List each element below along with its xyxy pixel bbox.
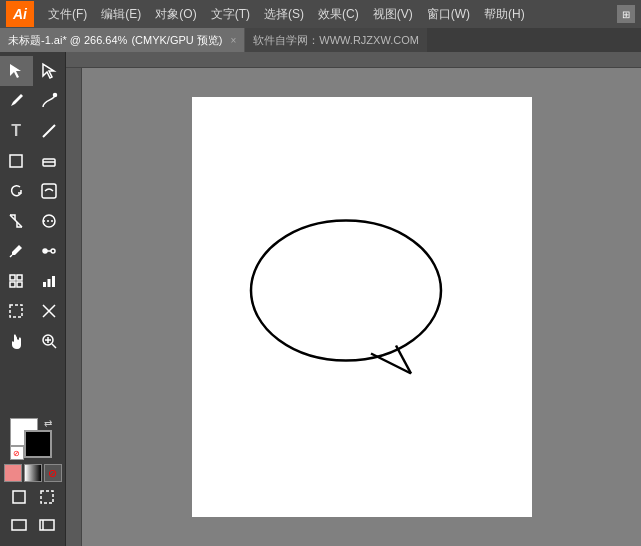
color-mode-row: ⊘ xyxy=(4,464,62,482)
svg-rect-25 xyxy=(13,491,25,503)
top-ruler xyxy=(66,52,641,68)
scale-tool[interactable] xyxy=(0,206,33,236)
tool-row-4 xyxy=(0,146,65,176)
window-controls: ⊞ xyxy=(617,5,635,23)
menu-view[interactable]: 视图(V) xyxy=(367,4,419,25)
svg-line-6 xyxy=(10,215,22,227)
shaper-tool[interactable] xyxy=(33,206,66,236)
svg-point-10 xyxy=(43,249,47,253)
none-btn[interactable]: ⊘ xyxy=(44,464,62,482)
tool-row-10 xyxy=(0,326,65,356)
svg-rect-13 xyxy=(10,275,15,280)
menu-help[interactable]: 帮助(H) xyxy=(478,4,531,25)
speech-bubble xyxy=(241,206,461,409)
line-tool[interactable] xyxy=(33,116,66,146)
svg-rect-18 xyxy=(47,279,50,287)
draw-mode-btn[interactable] xyxy=(6,486,32,508)
tool-row-3: T xyxy=(0,116,65,146)
type-tool[interactable]: T xyxy=(0,116,33,146)
tool-row-5 xyxy=(0,176,65,206)
artboard-tool[interactable] xyxy=(0,296,33,326)
screen-mode-alt-btn[interactable] xyxy=(34,514,60,536)
artboard xyxy=(192,97,532,517)
svg-rect-28 xyxy=(40,520,54,530)
promo-tab: 软件自学网：WWW.RJZXW.COM xyxy=(245,28,427,52)
symbol-tool[interactable] xyxy=(0,266,33,296)
eyedropper-tool[interactable] xyxy=(0,236,33,266)
rotate-tool[interactable] xyxy=(0,176,33,206)
menu-effect[interactable]: 效果(C) xyxy=(312,4,365,25)
color-area: ⊘ ⇄ ⊘ xyxy=(0,414,66,542)
grid-view-btn[interactable]: ⊞ xyxy=(617,5,635,23)
zoom-tool[interactable] xyxy=(33,326,66,356)
svg-line-1 xyxy=(43,125,55,137)
svg-rect-2 xyxy=(10,155,22,167)
tool-row-8 xyxy=(0,266,65,296)
extra-tool-row xyxy=(4,484,62,510)
screen-mode-btn[interactable] xyxy=(6,514,32,536)
eraser-tool[interactable] xyxy=(33,146,66,176)
promo-label: 软件自学网：WWW.RJZXW.COM xyxy=(253,33,419,48)
color-btn[interactable] xyxy=(4,464,22,482)
svg-point-30 xyxy=(251,221,441,361)
none-icon[interactable]: ⊘ xyxy=(10,446,24,460)
svg-point-11 xyxy=(51,249,55,253)
active-tab[interactable]: 未标题-1.ai* @ 266.64% (CMYK/GPU 预览) × xyxy=(0,28,245,52)
svg-rect-19 xyxy=(52,276,55,287)
svg-line-22 xyxy=(52,344,56,348)
tool-row-1 xyxy=(0,56,65,86)
menu-window[interactable]: 窗口(W) xyxy=(421,4,476,25)
svg-line-9 xyxy=(10,255,12,257)
graph-tool[interactable] xyxy=(33,266,66,296)
menu-file[interactable]: 文件(F) xyxy=(42,4,93,25)
menu-edit[interactable]: 编辑(E) xyxy=(95,4,147,25)
menu-object[interactable]: 对象(O) xyxy=(149,4,202,25)
screen-mode-row xyxy=(4,512,62,538)
svg-rect-27 xyxy=(12,520,26,530)
svg-rect-17 xyxy=(43,282,46,287)
slice-tool[interactable] xyxy=(33,296,66,326)
menu-type[interactable]: 文字(T) xyxy=(205,4,256,25)
menubar: 文件(F) 编辑(E) 对象(O) 文字(T) 选择(S) 效果(C) 视图(V… xyxy=(42,4,609,25)
tool-row-2 xyxy=(0,86,65,116)
draw-inside-btn[interactable] xyxy=(34,486,60,508)
tab-label: 未标题-1.ai* @ 266.64% xyxy=(8,33,127,48)
svg-rect-20 xyxy=(10,305,22,317)
svg-rect-15 xyxy=(10,282,15,287)
tool-row-9 xyxy=(0,296,65,326)
canvas-inner[interactable] xyxy=(82,68,641,546)
hand-tool[interactable] xyxy=(0,326,33,356)
main-area: T xyxy=(0,52,641,546)
tab-bar: 未标题-1.ai* @ 266.64% (CMYK/GPU 预览) × 软件自学… xyxy=(0,28,641,52)
curvature-tool[interactable] xyxy=(33,86,66,116)
blend-tool[interactable] xyxy=(33,236,66,266)
svg-point-0 xyxy=(53,94,56,97)
menu-select[interactable]: 选择(S) xyxy=(258,4,310,25)
stroke-swatch[interactable] xyxy=(24,430,52,458)
svg-rect-16 xyxy=(17,282,22,287)
app-logo: Ai xyxy=(6,1,34,27)
fill-stroke-swatches[interactable]: ⊘ ⇄ xyxy=(10,418,56,460)
direct-select-tool[interactable] xyxy=(33,56,66,86)
title-bar: Ai 文件(F) 编辑(E) 对象(O) 文字(T) 选择(S) 效果(C) 视… xyxy=(0,0,641,28)
select-tool[interactable] xyxy=(0,56,33,86)
canvas-container[interactable] xyxy=(66,52,641,546)
rect-tool[interactable] xyxy=(0,146,33,176)
pen-tool[interactable] xyxy=(0,86,33,116)
tool-row-6 xyxy=(0,206,65,236)
warp-tool[interactable] xyxy=(33,176,66,206)
tab-mode: (CMYK/GPU 预览) xyxy=(131,33,222,48)
tool-row-7 xyxy=(0,236,65,266)
gradient-btn[interactable] xyxy=(24,464,42,482)
svg-rect-14 xyxy=(17,275,22,280)
tab-close-btn[interactable]: × xyxy=(230,35,236,46)
swap-icon[interactable]: ⇄ xyxy=(44,418,56,430)
left-ruler xyxy=(66,68,82,546)
svg-rect-26 xyxy=(41,491,53,503)
toolbar: T xyxy=(0,52,66,546)
svg-rect-5 xyxy=(42,184,56,198)
